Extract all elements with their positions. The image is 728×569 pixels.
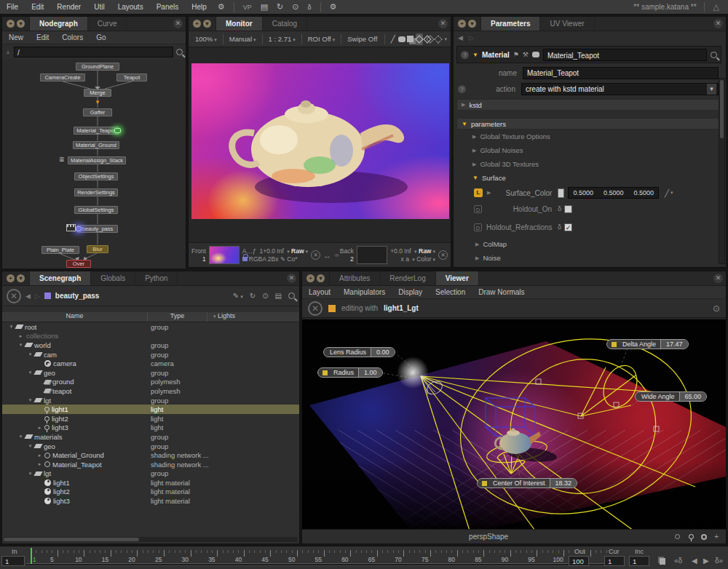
expander-icon[interactable]: ▾: [27, 471, 33, 477]
node-globalsettings[interactable]: GlobalSettings: [74, 206, 118, 214]
fold-global-3d-textures[interactable]: ▶Global 3D Textures: [454, 157, 726, 171]
clear-icon[interactable]: ✕: [308, 301, 323, 316]
hook-icon[interactable]: δ: [304, 4, 316, 11]
power-icon[interactable]: ⊙: [713, 303, 720, 314]
close-icon[interactable]: ✕: [173, 19, 183, 28]
help-icon[interactable]: ?: [461, 51, 469, 59]
comment-icon[interactable]: [398, 33, 405, 45]
node-merge[interactable]: Merge: [84, 89, 111, 97]
scenegraph-row-ground[interactable]: groundpolymesh: [2, 378, 299, 387]
hud-delta-angle[interactable]: Delta Angle17.47: [606, 339, 689, 349]
scenegraph-row-geo[interactable]: ▾geogroup: [2, 442, 299, 451]
scenegraph-row-collections[interactable]: ▸collections: [2, 332, 299, 341]
power-icon[interactable]: ⊙: [288, 2, 303, 12]
edit-pen-icon[interactable]: ✎▾: [233, 292, 243, 300]
hud-wide-angle[interactable]: Wide Angle65.00: [635, 391, 707, 402]
colmap-fold[interactable]: ▶ColMap: [454, 237, 726, 251]
nodegraph-canvas[interactable]: ▼ GroundPlaneCameraCreateTeapotMergeGaff…: [2, 59, 186, 268]
column-type[interactable]: Type: [148, 312, 207, 322]
expander-icon[interactable]: ▾: [17, 342, 24, 348]
nodegraph-menu-new[interactable]: New: [2, 33, 30, 41]
render-view[interactable]: [191, 63, 449, 219]
menu-util[interactable]: Util: [87, 3, 111, 11]
swap-buffers-icon[interactable]: ↔: [323, 251, 331, 260]
viewer-menu-display[interactable]: Display: [392, 288, 429, 296]
horizontal-scrollbar[interactable]: [4, 537, 298, 542]
scenegraph-row-geo[interactable]: ▾geogroup: [2, 368, 299, 378]
prev-frame-icon[interactable]: ◀: [692, 557, 697, 565]
front-channels[interactable]: RGBA 2Bx ✎ Co*: [242, 255, 308, 263]
pane-menu-icon[interactable]: ▾: [317, 274, 325, 282]
tab-monitor[interactable]: Monitor: [216, 17, 263, 31]
close-icon[interactable]: ✕: [713, 274, 723, 283]
out-field[interactable]: 100: [569, 556, 589, 566]
refresh-icon[interactable]: ↻: [272, 2, 288, 12]
scenegraph-row-teapot[interactable]: teapotpolymesh: [2, 386, 299, 396]
parameters-group[interactable]: ▼ parameters: [456, 118, 720, 130]
center-icon[interactable]: [435, 33, 442, 45]
color-values[interactable]: 0.5000 0.5000 0.5000: [568, 187, 659, 199]
power-icon[interactable]: ⊙: [262, 292, 268, 300]
tab-python[interactable]: Python: [135, 271, 178, 285]
scenegraph-row-light2[interactable]: light2light: [2, 414, 299, 423]
frame-ruler[interactable]: 1 51015202530354045505560657075808590951…: [26, 548, 607, 568]
monitor-dropdown-100-[interactable]: 100%▾: [192, 35, 220, 43]
front-thumbnail[interactable]: [209, 246, 240, 264]
expander-icon[interactable]: ▾: [27, 443, 33, 449]
pane-add-icon[interactable]: +: [7, 274, 15, 282]
monitor-dropdown-1-2.71[interactable]: 1 : 2.71▾: [266, 35, 298, 43]
menu-panels[interactable]: Panels: [150, 3, 186, 11]
expander-icon[interactable]: ▾: [27, 351, 33, 357]
viewer-menu-draw-normals[interactable]: Draw Normals: [472, 288, 531, 296]
node-teapot[interactable]: Teapot: [116, 73, 147, 81]
expand-triangle-icon[interactable]: ▼: [472, 52, 478, 58]
camera-name-label[interactable]: perspShape: [302, 533, 675, 541]
expander-icon[interactable]: ▾: [27, 370, 33, 375]
next-frame-icon[interactable]: ▶: [703, 557, 709, 565]
forward-arrow-icon[interactable]: ▷: [35, 293, 40, 300]
light-icon[interactable]: [689, 534, 694, 539]
node-rendersettings[interactable]: RenderSettings: [74, 188, 118, 196]
expander-icon[interactable]: ▸: [17, 333, 24, 339]
expander-icon[interactable]: ▾: [8, 324, 15, 330]
search-icon[interactable]: [176, 49, 183, 55]
scenegraph-row-world[interactable]: ▾worldgroup: [2, 341, 299, 350]
nodegraph-menu-colors[interactable]: Colors: [55, 33, 90, 41]
column-name[interactable]: Name: [2, 312, 148, 322]
warning-icon[interactable]: △: [704, 2, 728, 12]
column-lights[interactable]: ▾ Lights: [207, 312, 235, 322]
pan-zoom-icon[interactable]: [416, 33, 423, 45]
tab-renderlog[interactable]: RenderLog: [380, 271, 435, 285]
back-channels[interactable]: x a ▾ Color▾: [390, 255, 435, 263]
holdout-on-checkbox[interactable]: [564, 205, 572, 213]
help-icon[interactable]: ?: [458, 85, 466, 93]
noise-fold[interactable]: ▶Noise: [454, 251, 726, 265]
node-search-input[interactable]: /: [14, 47, 173, 57]
scenegraph-row-lgt[interactable]: ▾lgtgroup: [2, 396, 299, 405]
expander-icon[interactable]: ▸: [36, 425, 43, 431]
viewer-menu-selection[interactable]: Selection: [429, 288, 472, 296]
keyframe-icon[interactable]: δ: [558, 205, 561, 212]
node-material_ground[interactable]: Material_Ground: [73, 141, 119, 149]
pane-menu-icon[interactable]: ▾: [203, 20, 211, 28]
fold-global-noises[interactable]: ▶Global Noises: [454, 143, 726, 157]
node-cameracreate[interactable]: CameraCreate: [40, 73, 85, 81]
scenegraph-row-material_ground[interactable]: ▸Material_Groundshading network ...: [2, 450, 299, 460]
flag-icon[interactable]: ⚑: [513, 51, 519, 58]
edit-flag-icon[interactable]: [76, 226, 82, 231]
node-gaffer[interactable]: Gaffer: [83, 108, 112, 116]
node-material_teapot[interactable]: Material_Teapot: [74, 127, 119, 135]
search-icon[interactable]: [288, 293, 295, 299]
scenegraph-row-light1[interactable]: light1light material: [2, 478, 299, 488]
view-flag-icon[interactable]: [114, 128, 121, 133]
wrench-icon[interactable]: ⚒: [523, 51, 529, 58]
scenegraph-row-root[interactable]: ▾rootgroup: [2, 322, 299, 332]
node-plain_plate[interactable]: Plain_Plate: [41, 246, 79, 254]
dismiss-back-icon[interactable]: ✕: [438, 250, 448, 260]
back-arrow-icon[interactable]: ◀: [458, 34, 463, 41]
gear-icon[interactable]: ⚙: [213, 2, 229, 12]
monitor-dropdown-manual[interactable]: Manual▾: [226, 35, 259, 43]
hud-center-of-interest[interactable]: Center Of Interest18.32: [477, 478, 577, 488]
scenegraph-row-light3[interactable]: light3light material: [2, 496, 299, 506]
search-icon[interactable]: [711, 52, 717, 58]
